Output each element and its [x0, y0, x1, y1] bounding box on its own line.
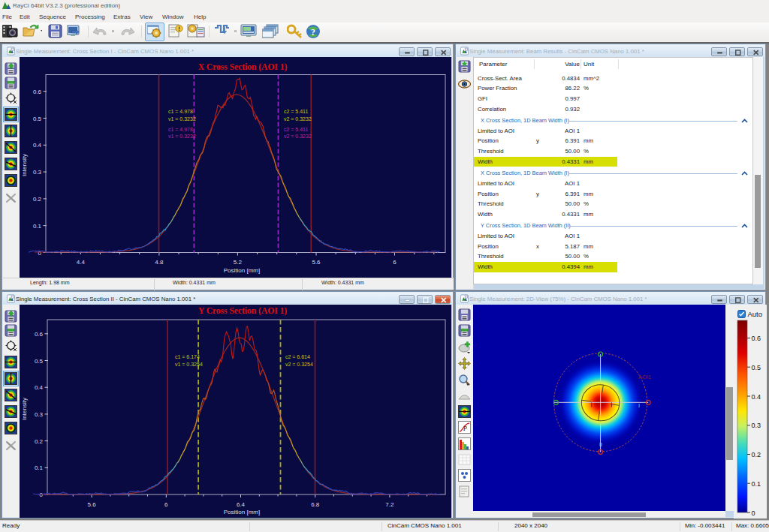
- svg-text:0.1: 0.1: [35, 464, 44, 471]
- svg-text:II: II: [599, 442, 602, 447]
- svg-text:X Cross Section (AOI 1): X Cross Section (AOI 1): [198, 62, 288, 72]
- svg-text:0.6: 0.6: [33, 89, 42, 95]
- svg-text:0.5: 0.5: [752, 364, 761, 371]
- svg-text:0.2: 0.2: [752, 451, 761, 458]
- svg-text:0.4: 0.4: [752, 393, 761, 401]
- svg-text:v1 = 0.3232: v1 = 0.3232: [168, 116, 196, 122]
- svg-text:v1 = 0.3254: v1 = 0.3254: [175, 362, 203, 367]
- svg-text:4.4: 4.4: [77, 259, 86, 266]
- svg-text:0.2: 0.2: [33, 196, 42, 203]
- svg-text:Intensity: Intensity: [21, 398, 28, 420]
- svg-text:0.3: 0.3: [33, 169, 42, 176]
- svg-text:5.6: 5.6: [312, 259, 321, 266]
- svg-text:6.8: 6.8: [311, 501, 320, 508]
- svg-text:6.4: 6.4: [237, 501, 246, 508]
- svg-text:4.8: 4.8: [155, 259, 164, 266]
- svg-text:6: 6: [393, 259, 397, 266]
- svg-text:Auto: Auto: [748, 310, 763, 318]
- svg-text:Position [mm]: Position [mm]: [224, 509, 260, 515]
- svg-text:AOI1: AOI1: [638, 374, 651, 380]
- svg-text:Position [mm]: Position [mm]: [224, 267, 260, 274]
- svg-text:0.5: 0.5: [33, 116, 42, 122]
- svg-text:0.3: 0.3: [35, 411, 44, 418]
- svg-text:0.4: 0.4: [35, 384, 44, 391]
- svg-text:c2 = 5.411: c2 = 5.411: [284, 109, 308, 114]
- svg-text:?: ?: [311, 27, 315, 38]
- svg-text:0: 0: [752, 509, 755, 517]
- svg-text:v2 = 0.3254: v2 = 0.3254: [285, 362, 313, 367]
- svg-text:v1 = 0.3232: v1 = 0.3232: [168, 134, 196, 139]
- svg-text:c2 = 6.614: c2 = 6.614: [285, 354, 310, 359]
- svg-text:c2 = 5.411: c2 = 5.411: [284, 127, 308, 132]
- svg-text:I: I: [638, 403, 640, 408]
- svg-text:v2 = 0.3232: v2 = 0.3232: [284, 134, 312, 139]
- svg-text:Intensity: Intensity: [21, 154, 28, 176]
- svg-text:6: 6: [164, 501, 168, 508]
- svg-text:Y Cross Section (AOI 1): Y Cross Section (AOI 1): [198, 306, 287, 316]
- svg-text:7.2: 7.2: [385, 501, 394, 508]
- svg-text:c1 = 4.978: c1 = 4.978: [168, 127, 193, 132]
- svg-text:0.2: 0.2: [35, 438, 44, 445]
- svg-text:P: P: [463, 425, 467, 432]
- svg-text:0.5: 0.5: [35, 358, 44, 365]
- svg-text:0.4: 0.4: [33, 142, 42, 149]
- svg-text:0.6: 0.6: [752, 335, 761, 342]
- svg-text:5.6: 5.6: [88, 501, 97, 508]
- svg-text:0: 0: [40, 491, 44, 498]
- svg-text:5.2: 5.2: [234, 259, 243, 266]
- svg-text:c1 = 6.174: c1 = 6.174: [175, 354, 200, 359]
- svg-text:0.3: 0.3: [752, 422, 761, 429]
- svg-text:0.6: 0.6: [35, 331, 44, 338]
- svg-text:0.1: 0.1: [752, 480, 761, 488]
- svg-text:0.1: 0.1: [33, 223, 42, 230]
- svg-text:c1 = 4.978: c1 = 4.978: [168, 109, 193, 114]
- svg-text:v2 = 0.3232: v2 = 0.3232: [284, 116, 312, 122]
